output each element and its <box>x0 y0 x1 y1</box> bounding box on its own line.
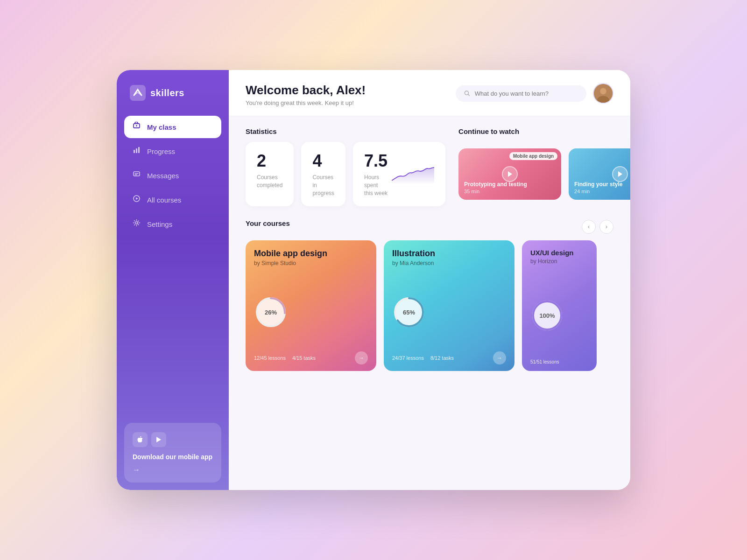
play-button[interactable] <box>502 166 518 182</box>
banner-arrow-icon[interactable]: → <box>133 466 140 474</box>
statistics-title: Statistics <box>246 127 445 135</box>
app-name: skillers <box>150 88 184 98</box>
course-card-mobile-app-design[interactable]: Mobile app design by Simple Studio 26% <box>246 240 376 371</box>
course-card-ux-ui[interactable]: UX/UI design by Horizon 100% <box>522 240 597 371</box>
watch-card-duration: 24 min <box>574 189 622 194</box>
avatar <box>593 83 613 104</box>
watch-cards-list: Mobile app design Prototyping and testin… <box>458 148 630 200</box>
svg-point-14 <box>600 88 606 94</box>
sidebar-item-label: All courses <box>147 196 181 204</box>
stat-label: Coursesin progress <box>312 174 334 197</box>
courses-next-button[interactable]: › <box>599 220 613 234</box>
continue-watch-title: Continue to watch <box>458 127 519 135</box>
top-sections: Statistics 2 Coursescompleted 4 Coursesi… <box>246 127 613 219</box>
course-title: UX/UI design <box>530 249 588 257</box>
stat-card-hours-spent: 7.5 Hours spentthis week <box>353 142 445 206</box>
watch-card-title: Prototyping and testing <box>464 181 527 189</box>
sidebar-item-label: My class <box>147 123 176 131</box>
statistics-cards: 2 Coursescompleted 4 Coursesin progress … <box>246 142 445 206</box>
search-input[interactable] <box>475 90 578 97</box>
course-author: by Mia Anderson <box>392 260 506 266</box>
main-content: Welcome back, Alex! You're doing great t… <box>229 70 630 490</box>
settings-icon <box>133 219 141 229</box>
sidebar-item-progress[interactable]: Progress <box>124 140 221 162</box>
stat-value: 2 <box>257 151 282 171</box>
my-class-icon <box>133 122 141 132</box>
sidebar-item-all-courses[interactable]: All courses <box>124 189 221 211</box>
sidebar-item-label: Settings <box>147 220 172 228</box>
all-courses-icon <box>133 195 141 205</box>
search-bar[interactable] <box>456 85 586 102</box>
courses-grid: Mobile app design by Simple Studio 26% <box>246 240 613 371</box>
statistics-section: Statistics 2 Coursescompleted 4 Coursesi… <box>246 127 445 219</box>
course-title: Mobile app design <box>254 249 368 259</box>
course-card-content: UX/UI design by Horizon 100% <box>522 240 597 371</box>
course-lessons: 24/37 lessons <box>392 355 424 361</box>
continue-watch-header: Continue to watch ‹ › <box>458 127 630 142</box>
watch-card-title: Finding your style <box>574 181 622 189</box>
svg-rect-4 <box>138 147 140 153</box>
progress-text: 100% <box>539 312 555 319</box>
svg-rect-3 <box>136 148 137 153</box>
course-progress-circle: 26% <box>254 295 288 329</box>
progress-text: 26% <box>265 309 277 316</box>
sidebar-logo: skillers <box>117 70 229 112</box>
course-meta: 51/51 lessons <box>530 359 559 364</box>
messages-icon <box>133 170 141 181</box>
course-title: Illustration <box>392 249 506 259</box>
stat-value: 4 <box>312 151 334 171</box>
header-right <box>456 83 613 104</box>
watch-card-info: Prototyping and testing 35 min <box>464 181 527 194</box>
course-progress-circle: 65% <box>392 295 426 329</box>
course-arrow-icon[interactable]: → <box>493 351 506 364</box>
course-progress-wrap: 100% <box>530 271 588 359</box>
app-download-banner: Download our mobile app → <box>124 423 221 483</box>
logo-icon <box>130 85 146 101</box>
course-tasks: 8/12 tasks <box>430 355 454 361</box>
sidebar: skillers My class <box>117 70 229 490</box>
watch-card-info: Finding your style 24 min <box>574 181 622 194</box>
stat-card-courses-inprogress: 4 Coursesin progress <box>301 142 345 206</box>
apple-store-icon[interactable] <box>133 432 148 447</box>
course-meta: 12/45 lessons 4/15 tasks <box>254 355 316 361</box>
course-author: by Simple Studio <box>254 260 368 266</box>
course-tasks: 4/15 tasks <box>292 355 316 361</box>
app-container: skillers My class <box>117 70 630 490</box>
svg-marker-15 <box>508 171 512 177</box>
course-card-content: Mobile app design by Simple Studio 26% <box>246 240 376 371</box>
svg-marker-7 <box>136 197 138 200</box>
course-lessons: 12/45 lessons <box>254 355 286 361</box>
sidebar-item-settings[interactable]: Settings <box>124 213 221 235</box>
course-progress-circle: 100% <box>530 299 564 332</box>
hours-chart <box>392 162 434 186</box>
course-progress-wrap: 26% <box>254 273 368 351</box>
watch-card-style[interactable]: Finding your style 24 min <box>569 148 630 200</box>
sidebar-item-label: Messages <box>147 172 179 180</box>
play-store-icon[interactable] <box>151 432 166 447</box>
sidebar-item-my-class[interactable]: My class <box>124 116 221 138</box>
sidebar-item-messages[interactable]: Messages <box>124 164 221 187</box>
svg-point-1 <box>136 125 137 126</box>
main-header: Welcome back, Alex! You're doing great t… <box>229 70 630 116</box>
sidebar-nav: My class Progress <box>117 112 229 415</box>
stat-value: 7.5 <box>364 151 392 171</box>
watch-card-duration: 35 min <box>464 189 527 194</box>
course-footer: 51/51 lessons <box>530 359 588 364</box>
watch-card-badge: Mobile app design <box>509 152 557 160</box>
stat-label: Hours spentthis week <box>364 174 392 197</box>
svg-point-8 <box>135 222 138 224</box>
stat-label: Coursescompleted <box>257 174 282 189</box>
courses-nav-arrows: ‹ › <box>582 220 613 234</box>
play-button[interactable] <box>612 166 628 182</box>
course-card-content: Illustration by Mia Anderson 65% <box>384 240 514 371</box>
course-author: by Horizon <box>530 258 588 265</box>
main-body: Statistics 2 Coursescompleted 4 Coursesi… <box>229 116 630 490</box>
svg-rect-2 <box>134 150 135 153</box>
courses-prev-button[interactable]: ‹ <box>582 220 596 234</box>
continue-watch-section: Continue to watch ‹ › Mobile app design <box>458 127 630 219</box>
watch-card-prototyping[interactable]: Mobile app design Prototyping and testin… <box>458 148 561 200</box>
course-progress-wrap: 65% <box>392 273 506 351</box>
course-card-illustration[interactable]: Illustration by Mia Anderson 65% <box>384 240 514 371</box>
course-arrow-icon[interactable]: → <box>355 351 368 364</box>
avatar-image <box>594 84 613 103</box>
